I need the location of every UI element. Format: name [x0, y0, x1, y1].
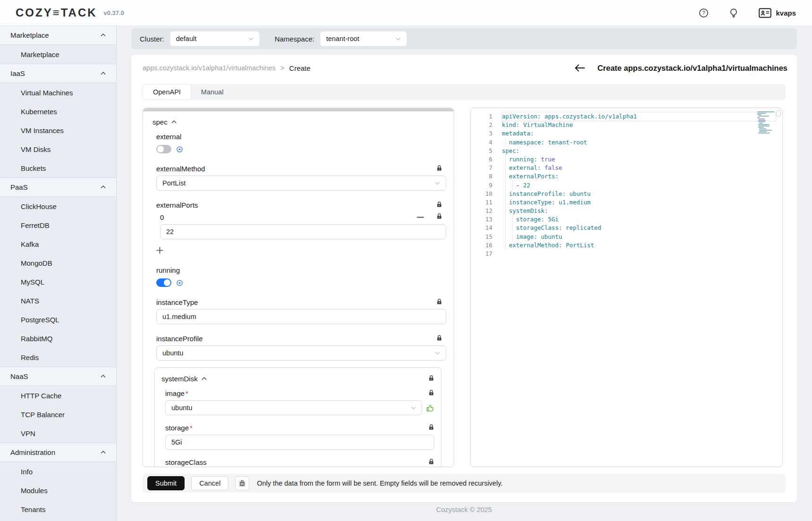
- editor-lines: 1apiVersion: apps.cozystack.io/v1alpha12…: [471, 108, 782, 258]
- lock-icon[interactable]: [428, 424, 434, 432]
- lock-icon[interactable]: [436, 165, 442, 173]
- back-button[interactable]: [575, 64, 585, 72]
- chevron-down-icon: [435, 182, 440, 185]
- sidebar-group-iaas[interactable]: IaaS: [0, 64, 116, 83]
- line-code: instanceProfile: ubuntu: [502, 190, 776, 198]
- cluster-select[interactable]: default: [170, 31, 260, 46]
- thumbs-up-icon[interactable]: [426, 404, 434, 412]
- running-toggle[interactable]: [156, 278, 171, 287]
- line-code: instanceType: u1.medium: [502, 198, 776, 207]
- tab-openapi[interactable]: OpenAPI: [143, 84, 191, 100]
- sidebar-group-administration[interactable]: Administration: [0, 443, 116, 462]
- editor-mode-tabs: OpenAPI Manual: [143, 84, 786, 100]
- sidebar-menu: MarketplaceMarketplaceIaaSVirtual Machin…: [0, 26, 116, 519]
- username: kvaps: [776, 9, 796, 17]
- theme-bulb-icon[interactable]: [728, 8, 739, 18]
- line-code: [502, 250, 776, 258]
- editor-line: 12systemDisk:: [471, 207, 782, 215]
- cluster-label: Cluster:: [140, 35, 164, 43]
- footer-text: Cozystack © 2025: [131, 506, 797, 513]
- line-number: 4: [471, 138, 492, 147]
- debug-button[interactable]: [235, 476, 249, 490]
- editor-line: 7external: false: [471, 164, 782, 172]
- sidebar-item-redis[interactable]: Redis: [0, 348, 116, 367]
- editor-line: 6running: true: [471, 155, 782, 164]
- sidebar: MarketplaceMarketplaceIaaSVirtual Machin…: [0, 25, 117, 521]
- lock-icon[interactable]: [428, 458, 434, 466]
- instancetype-input[interactable]: [156, 309, 446, 324]
- sidebar-item-tenants[interactable]: Tenants: [0, 500, 116, 519]
- namespace-select-value: tenant-root: [326, 35, 359, 42]
- sidebar-item-nats[interactable]: NATS: [0, 291, 116, 310]
- sidebar-section: MarketplaceMarketplace: [0, 26, 116, 64]
- sidebar-group-marketplace[interactable]: Marketplace: [0, 26, 116, 45]
- editor-minimap[interactable]: [757, 111, 774, 134]
- sidebar-item-clickhouse[interactable]: ClickHouse: [0, 197, 116, 216]
- sidebar-item-kafka[interactable]: Kafka: [0, 235, 116, 253]
- sidebar-item-vm-instances[interactable]: VM Instances: [0, 121, 116, 140]
- external-toggle[interactable]: [156, 145, 171, 153]
- chevron-up-icon: [202, 377, 207, 380]
- namespace-select[interactable]: tenant-root: [320, 31, 407, 46]
- storage-input[interactable]: [165, 435, 434, 450]
- sidebar-group-label: IaaS: [10, 69, 25, 77]
- line-code: kind: VirtualMachine: [502, 121, 776, 129]
- sidebar-item-http-cache[interactable]: HTTP Cache: [0, 386, 116, 405]
- editor-line: 4namespace: tenant-root: [471, 138, 782, 147]
- sidebar-item-mongodb[interactable]: MongoDB: [0, 253, 116, 272]
- lock-icon[interactable]: [436, 335, 442, 343]
- sidebar-item-kubernetes[interactable]: Kubernetes: [0, 102, 116, 121]
- sidebar-item-modules[interactable]: Modules: [0, 481, 116, 500]
- sidebar-item-info[interactable]: Info: [0, 462, 116, 481]
- sidebar-item-rabbitmq[interactable]: RabbitMQ: [0, 329, 116, 348]
- lock-icon[interactable]: [428, 375, 434, 383]
- form-horizontal-scrollbar[interactable]: [143, 108, 454, 111]
- add-port-button[interactable]: [156, 247, 446, 254]
- editor-line: 11instanceType: u1.medium: [471, 198, 782, 207]
- systemdisk-toggle[interactable]: systemDisk: [161, 375, 207, 383]
- externalports-label: externalPorts: [156, 201, 198, 209]
- help-icon[interactable]: ?: [698, 8, 709, 18]
- yaml-editor[interactable]: 1apiVersion: apps.cozystack.io/v1alpha12…: [470, 108, 783, 467]
- remove-port-button[interactable]: [417, 217, 424, 218]
- lock-icon[interactable]: [436, 298, 442, 306]
- lock-icon[interactable]: [428, 389, 434, 397]
- spec-section-toggle[interactable]: spec: [152, 118, 446, 126]
- user-menu[interactable]: kvaps: [759, 8, 796, 18]
- aim-icon[interactable]: [176, 146, 183, 153]
- line-number: 17: [471, 250, 492, 258]
- sidebar-item-virtual-machines[interactable]: Virtual Machines: [0, 83, 116, 102]
- sidebar-item-postgresql[interactable]: PostgreSQL: [0, 310, 116, 329]
- lock-icon[interactable]: [436, 201, 442, 209]
- storage-label: storage: [165, 424, 189, 432]
- instanceprofile-select[interactable]: ubuntu: [156, 345, 446, 361]
- sidebar-section: NaaSHTTP CacheTCP BalancerVPN: [0, 367, 116, 443]
- breadcrumb-path[interactable]: apps.cozystack.io/v1alpha1/virtualmachin…: [143, 64, 276, 72]
- image-select[interactable]: ubuntu: [165, 400, 422, 415]
- sidebar-item-marketplace[interactable]: Marketplace: [0, 45, 116, 64]
- sidebar-item-ferretdb[interactable]: FerretDB: [0, 216, 116, 235]
- sidebar-group-paas[interactable]: PaaS: [0, 178, 116, 197]
- sidebar-group-naas[interactable]: NaaS: [0, 367, 116, 386]
- submit-button[interactable]: Submit: [147, 476, 185, 490]
- tab-manual[interactable]: Manual: [191, 84, 234, 100]
- editor-line: 14storageClass: replicated: [471, 224, 782, 232]
- aim-icon[interactable]: [176, 279, 183, 286]
- editor-scrollbar[interactable]: [776, 110, 781, 117]
- sidebar-item-vpn[interactable]: VPN: [0, 424, 116, 443]
- sidebar-group-label: Administration: [10, 448, 55, 456]
- port-value-input[interactable]: [160, 224, 446, 239]
- storageclass-label: storageClass: [165, 458, 207, 466]
- sidebar-item-mysql[interactable]: MySQL: [0, 272, 116, 291]
- cancel-button[interactable]: Cancel: [191, 476, 228, 490]
- sidebar-item-vm-disks[interactable]: VM Disks: [0, 140, 116, 159]
- breadcrumb-separator: >: [280, 64, 284, 72]
- form-actions: Submit Cancel Only the data from the for…: [143, 474, 786, 493]
- line-code: running: true: [502, 155, 776, 164]
- sidebar-item-tcp-balancer[interactable]: TCP Balancer: [0, 405, 116, 424]
- cluster-select-value: default: [176, 35, 197, 42]
- chevron-down-icon: [411, 406, 416, 410]
- sidebar-item-buckets[interactable]: Buckets: [0, 159, 116, 177]
- lock-icon[interactable]: [436, 213, 442, 221]
- externalmethod-select[interactable]: PortList: [156, 176, 446, 191]
